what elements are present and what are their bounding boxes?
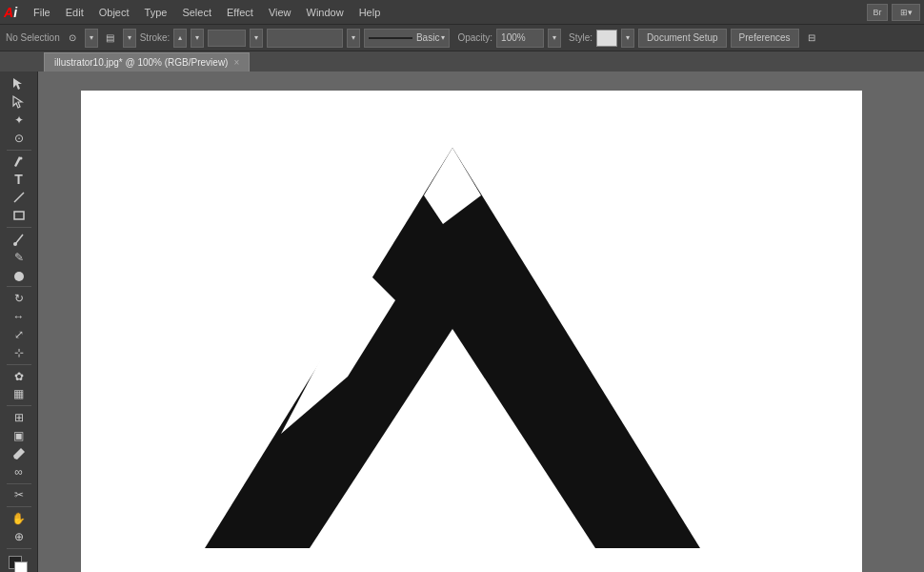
selection-label: No Selection: [6, 32, 60, 43]
svg-point-4: [14, 272, 24, 281]
zoom-tool[interactable]: ⊕: [7, 528, 31, 545]
artwork-group: [205, 148, 700, 548]
opacity-arrow[interactable]: ▾: [548, 29, 561, 48]
bridge-button[interactable]: Br: [867, 4, 888, 21]
tool-separator-3: [7, 286, 31, 287]
scissors-tool[interactable]: ✂: [7, 487, 31, 504]
style-label: Style:: [569, 32, 593, 43]
tool-separator-4: [7, 364, 31, 365]
style-arrow[interactable]: ▾: [621, 29, 634, 48]
menu-object[interactable]: Object: [92, 5, 136, 20]
stroke-style-box[interactable]: Basic ▾: [364, 29, 450, 48]
eyedropper-tool[interactable]: [7, 445, 31, 462]
style-swatch[interactable]: [596, 30, 617, 47]
blend-tool[interactable]: ∞: [7, 463, 31, 480]
target-icon[interactable]: ⊙: [64, 30, 81, 47]
pen-tool[interactable]: [7, 153, 31, 170]
canvas-area: [38, 72, 924, 572]
opacity-input[interactable]: [496, 29, 544, 48]
tool-separator-5: [7, 405, 31, 406]
tool-separator-6: [7, 483, 31, 484]
lasso-tool[interactable]: ⊙: [7, 130, 31, 147]
free-transform-tool[interactable]: ⊹: [7, 344, 31, 361]
menu-bar: Ai File Edit Object Type Select Effect V…: [0, 0, 924, 24]
menu-edit[interactable]: Edit: [59, 5, 90, 20]
tool-separator-1: [7, 150, 31, 151]
type-tool[interactable]: T: [7, 171, 31, 188]
tab-title: illustrator10.jpg* @ 100% (RGB/Preview): [54, 57, 228, 68]
stroke-up[interactable]: ▴: [173, 29, 187, 48]
stroke-profile-input[interactable]: [267, 29, 343, 48]
column-graph-tool[interactable]: ▦: [7, 386, 31, 403]
opacity-label: Opacity:: [457, 32, 492, 43]
svg-line-1: [14, 193, 24, 202]
artwork-svg: [81, 91, 862, 572]
rotate-tool[interactable]: ↻: [7, 290, 31, 307]
scale-tool[interactable]: ⤢: [7, 326, 31, 343]
document-setup-button[interactable]: Document Setup: [638, 29, 727, 48]
menu-effect[interactable]: Effect: [220, 5, 260, 20]
paintbrush-tool[interactable]: [7, 231, 31, 248]
tab-bar: illustrator10.jpg* @ 100% (RGB/Preview) …: [0, 51, 924, 72]
svg-point-0: [19, 157, 22, 160]
menu-view[interactable]: View: [262, 5, 298, 20]
arrange-button[interactable]: ⊞▾: [892, 4, 920, 21]
tool-separator-7: [7, 506, 31, 507]
options-arrow[interactable]: ▾: [123, 29, 136, 48]
selection-tool[interactable]: [7, 75, 31, 92]
direct-selection-tool[interactable]: [7, 93, 31, 111]
pencil-tool[interactable]: ✎: [7, 249, 31, 266]
selection-arrow[interactable]: ▾: [85, 29, 98, 48]
menu-type[interactable]: Type: [138, 5, 174, 20]
menu-window[interactable]: Window: [300, 5, 351, 20]
tool-separator-2: [7, 227, 31, 228]
menu-help[interactable]: Help: [352, 5, 388, 20]
toolbar: ✦ ⊙ T ✎ ↻ ↔ ⤢ ⊹ ✿ ▦ ⊞ ▣ ∞: [0, 72, 38, 572]
stroke-color-arrow[interactable]: ▾: [250, 29, 263, 48]
stroke-profile-arrow[interactable]: ▾: [347, 29, 360, 48]
svg-point-3: [13, 242, 17, 246]
app-logo: Ai: [4, 5, 17, 20]
line-tool[interactable]: [7, 189, 31, 206]
stroke-color-box[interactable]: [208, 30, 246, 47]
main-layout: ✦ ⊙ T ✎ ↻ ↔ ⤢ ⊹ ✿ ▦ ⊞ ▣ ∞: [0, 72, 924, 572]
blob-brush-tool[interactable]: [7, 267, 31, 284]
workspace-icon[interactable]: ⊟: [803, 30, 820, 47]
mesh-tool[interactable]: ⊞: [7, 409, 31, 426]
hand-tool[interactable]: ✋: [7, 510, 31, 527]
options-bar: No Selection ⊙ ▾ ▤ ▾ Stroke: ▴ ▾ ▾ ▾ Bas…: [0, 24, 924, 51]
fill-stroke-widget[interactable]: [7, 554, 31, 572]
svg-rect-2: [14, 212, 24, 219]
stroke-down[interactable]: ▾: [191, 29, 204, 48]
preferences-button[interactable]: Preferences: [731, 29, 799, 48]
symbol-sprayer-tool[interactable]: ✿: [7, 368, 31, 385]
stroke-label: Stroke:: [140, 32, 171, 43]
document-tab[interactable]: illustrator10.jpg* @ 100% (RGB/Preview) …: [44, 52, 250, 72]
basic-label: Basic: [416, 32, 439, 43]
menu-select[interactable]: Select: [175, 5, 218, 20]
reflect-tool[interactable]: ↔: [7, 308, 31, 325]
magic-wand-tool[interactable]: ✦: [7, 112, 31, 129]
tool-separator-8: [7, 548, 31, 549]
canvas: [81, 91, 862, 572]
gradient-tool[interactable]: ▣: [7, 427, 31, 444]
tab-close-button[interactable]: ×: [233, 57, 239, 68]
rect-tool[interactable]: [7, 207, 31, 224]
options-icon[interactable]: ▤: [102, 30, 119, 47]
basic-arrow[interactable]: ▾: [441, 33, 445, 42]
menu-file[interactable]: File: [27, 5, 57, 20]
